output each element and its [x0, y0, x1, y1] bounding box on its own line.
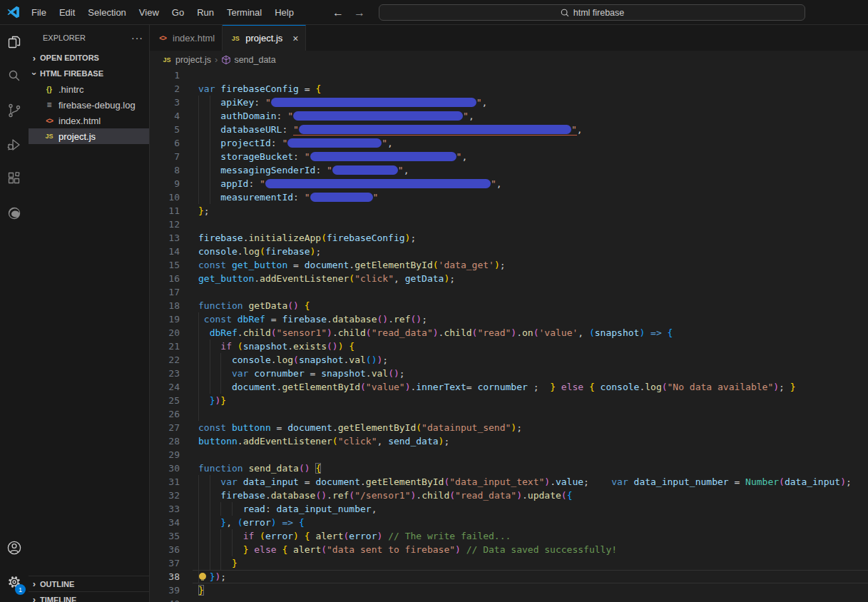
code-line[interactable]: 19 const dbRef = firebase.database().ref… — [150, 312, 868, 326]
files-icon[interactable] — [0, 25, 29, 59]
command-center-search[interactable]: html firebase — [379, 4, 805, 21]
code-line[interactable]: 37 } — [150, 556, 868, 570]
line-text: }; — [180, 205, 210, 216]
code-line[interactable]: 4 authDomain: "", — [150, 109, 868, 123]
line-number: 10 — [150, 192, 180, 203]
redaction-scribble — [265, 179, 491, 188]
code-line[interactable]: 3 apiKey: "", — [150, 96, 868, 109]
code-line[interactable]: 22 console.log(snapshot.val()); — [150, 353, 868, 367]
code-line[interactable]: 10 measurementId: "" — [150, 190, 868, 204]
code-line[interactable]: 31 var data_input = document.getElementB… — [150, 475, 868, 489]
code-line[interactable]: 33 read: data_input_number, — [150, 502, 868, 516]
file-item-firebase-debug.log[interactable]: ≡firebase-debug.log — [29, 97, 149, 113]
indent-guide — [198, 123, 199, 136]
code-line[interactable]: 21 if (snapshot.exists()) { — [150, 340, 868, 353]
code-line[interactable]: 39} — [150, 583, 868, 597]
indent-guide — [210, 502, 210, 516]
code-line[interactable]: 15const get_button = document.getElement… — [150, 258, 868, 272]
code-line[interactable]: 28buttonn.addEventListener("click", send… — [150, 434, 868, 448]
extensions-icon[interactable] — [0, 162, 29, 196]
code-line[interactable]: 32 firebase.database().ref("/sensor1").c… — [150, 489, 868, 502]
breadcrumb-file[interactable]: JS project.js — [161, 55, 211, 65]
code-line[interactable]: 26 — [150, 407, 868, 421]
html-file-icon: <> — [44, 117, 55, 125]
indent-guide — [198, 177, 199, 190]
code-line[interactable]: 17 — [150, 285, 868, 299]
code-line[interactable]: 27const buttonn = document.getElementByI… — [150, 421, 868, 434]
source-control-icon[interactable] — [0, 93, 29, 128]
line-text: } — [180, 585, 204, 596]
line-number: 30 — [150, 463, 180, 474]
line-number: 39 — [150, 585, 180, 596]
settings-icon[interactable]: 1 — [0, 565, 29, 599]
menu-help[interactable]: Help — [268, 4, 300, 21]
line-number: 32 — [150, 490, 180, 501]
code-line[interactable]: 8 messagingSenderId: "", — [150, 163, 868, 177]
code-line[interactable]: 18function getData() { — [150, 299, 868, 312]
search-icon[interactable] — [0, 59, 29, 93]
menu-run[interactable]: Run — [190, 4, 220, 21]
code-line[interactable]: 14console.log(firebase); — [150, 245, 868, 258]
menu-selection[interactable]: Selection — [81, 4, 132, 21]
code-line[interactable]: 6 projectId: "", — [150, 136, 868, 150]
indent-guide — [198, 150, 199, 163]
indent-guide — [210, 367, 210, 380]
code-line[interactable]: 13firebase.initializeApp(firebaseConfig)… — [150, 231, 868, 245]
code-line[interactable]: 11}; — [150, 204, 868, 218]
indent-guide — [220, 502, 221, 516]
menu-terminal[interactable]: Terminal — [220, 4, 268, 21]
line-number: 21 — [150, 341, 180, 352]
open-editors-section[interactable]: › OPEN EDITORS — [29, 50, 149, 66]
code-line[interactable]: 2var firebaseConfig = { — [150, 82, 868, 96]
forward-arrow-icon[interactable]: → — [354, 6, 365, 19]
code-line[interactable]: 38 }); — [150, 570, 868, 583]
file-item-index.html[interactable]: <>index.html — [29, 113, 149, 128]
breadcrumb-symbol[interactable]: send_data — [221, 55, 275, 65]
indent-guide — [198, 340, 199, 353]
redacted-string: "" — [305, 192, 379, 203]
indent-guide — [198, 407, 199, 421]
indent-guide — [198, 475, 199, 489]
code-line[interactable]: 36 } else { alert("data sent to firebase… — [150, 543, 868, 556]
timeline-section[interactable]: › TIMELINE — [29, 591, 149, 602]
code-line[interactable]: 35 if (error) { alert(error) // The writ… — [150, 529, 868, 543]
menu-edit[interactable]: Edit — [53, 4, 81, 21]
back-arrow-icon[interactable]: ← — [332, 6, 344, 19]
menu-file[interactable]: File — [25, 4, 53, 21]
code-line[interactable]: 5 databaseURL: "", — [150, 123, 868, 136]
account-icon[interactable] — [0, 531, 29, 565]
tab-index.html[interactable]: <>index.html — [150, 25, 223, 51]
line-number: 19 — [150, 314, 180, 325]
code-line[interactable]: 9 appId: "", — [150, 177, 868, 190]
code-line[interactable]: 23 var cornumber = snapshot.val(); — [150, 367, 868, 380]
chevron-right-icon: › — [29, 578, 40, 589]
code-line[interactable]: 40 — [150, 597, 868, 602]
menu-go[interactable]: Go — [165, 4, 190, 21]
menu-view[interactable]: View — [133, 4, 165, 21]
more-actions-icon[interactable]: ··· — [131, 32, 143, 44]
code-line[interactable]: 1 — [150, 68, 868, 82]
line-number: 35 — [150, 531, 180, 541]
close-icon[interactable]: × — [292, 33, 298, 44]
code-line[interactable]: 16get_button.addEventListener("click", g… — [150, 272, 868, 285]
line-text: projectId: "", — [180, 138, 393, 148]
code-line[interactable]: 34 }, (error) => { — [150, 516, 868, 529]
line-number: 16 — [150, 273, 180, 284]
code-line[interactable]: 29 — [150, 448, 868, 461]
code-area[interactable]: 12var firebaseConfig = {3 apiKey: "",4 a… — [150, 68, 868, 602]
line-number: 31 — [150, 476, 180, 487]
file-item-.hintrc[interactable]: {}.hintrc — [29, 81, 149, 97]
code-line[interactable]: 25 })} — [150, 394, 868, 407]
code-line[interactable]: 20 dbRef.child("sensor1").child("read_da… — [150, 326, 868, 340]
edge-icon[interactable] — [0, 196, 29, 230]
code-line[interactable]: 30function send_data() { — [150, 461, 868, 475]
code-line[interactable]: 24 document.getElementById("value").inne… — [150, 380, 868, 394]
code-line[interactable]: 7 storageBucket: "", — [150, 150, 868, 163]
outline-section[interactable]: › OUTLINE — [29, 576, 149, 591]
folder-section[interactable]: › HTML FIREBASE — [29, 66, 149, 81]
tab-project.js[interactable]: JSproject.js× — [223, 25, 306, 51]
run-debug-icon[interactable] — [0, 128, 29, 162]
lightbulb-icon[interactable] — [199, 573, 206, 580]
file-item-project.js[interactable]: JSproject.js — [29, 128, 149, 144]
code-line[interactable]: 12 — [150, 218, 868, 231]
